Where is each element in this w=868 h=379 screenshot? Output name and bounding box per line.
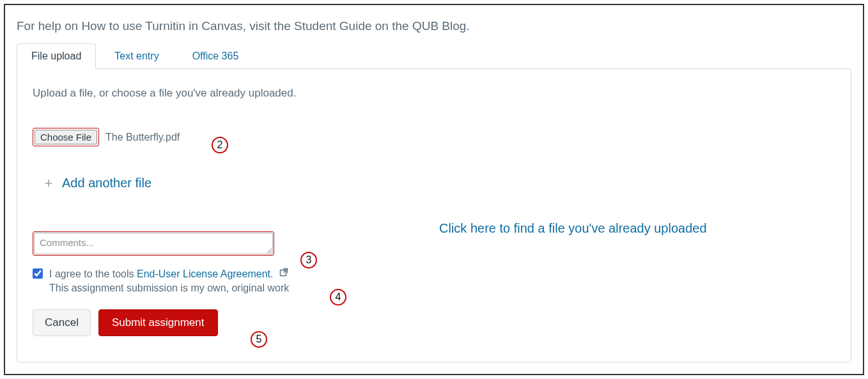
tab-office-365[interactable]: Office 365 [178,43,254,69]
upload-instruction: Upload a file, or choose a file you've a… [33,87,835,100]
annotation-3: 3 [300,252,317,268]
eula-agreement-block: I agree to the tools End-User License Ag… [33,267,835,294]
find-existing-file-link[interactable]: Click here to find a file you've already… [439,221,707,236]
external-link-icon [279,267,289,277]
tab-file-upload[interactable]: File upload [17,43,96,69]
eula-link[interactable]: End-User License Agreement. [137,268,273,279]
annotation-4: 4 [330,289,346,306]
submit-assignment-button[interactable]: Submit assignment [98,309,218,336]
eula-checkbox[interactable] [33,268,43,279]
cancel-button[interactable]: Cancel [33,309,91,336]
selected-file-name: The Butterfly.pdf [105,132,180,143]
plus-icon: + [42,176,56,190]
comments-highlight [33,231,274,256]
tab-text-entry[interactable]: Text entry [100,43,173,69]
help-text: For help on How to use Turnitin in Canva… [17,19,851,33]
file-upload-panel: Upload a file, or choose a file you've a… [17,68,851,362]
submission-tabs: File upload Text entry Office 365 [17,43,851,69]
choose-file-highlight: Choose File [33,128,99,146]
comments-input[interactable] [34,233,273,254]
choose-file-button[interactable]: Choose File [35,130,97,144]
originality-note: This assignment submission is my own, or… [49,282,835,294]
file-chooser-row: Choose File The Butterfly.pdf [33,128,835,146]
eula-text-row: I agree to the tools End-User License Ag… [49,267,289,280]
add-another-file-link[interactable]: + Add another file [42,176,151,190]
annotation-5: 5 [251,331,267,348]
action-buttons: Cancel Submit assignment [33,309,835,336]
eula-prefix-text: I agree to the tools [49,268,137,279]
annotation-2: 2 [212,137,228,153]
eula-agree-row: I agree to the tools End-User License Ag… [33,267,835,280]
assignment-submission-frame: For help on How to use Turnitin in Canva… [4,4,864,375]
add-another-file-label: Add another file [62,176,151,190]
